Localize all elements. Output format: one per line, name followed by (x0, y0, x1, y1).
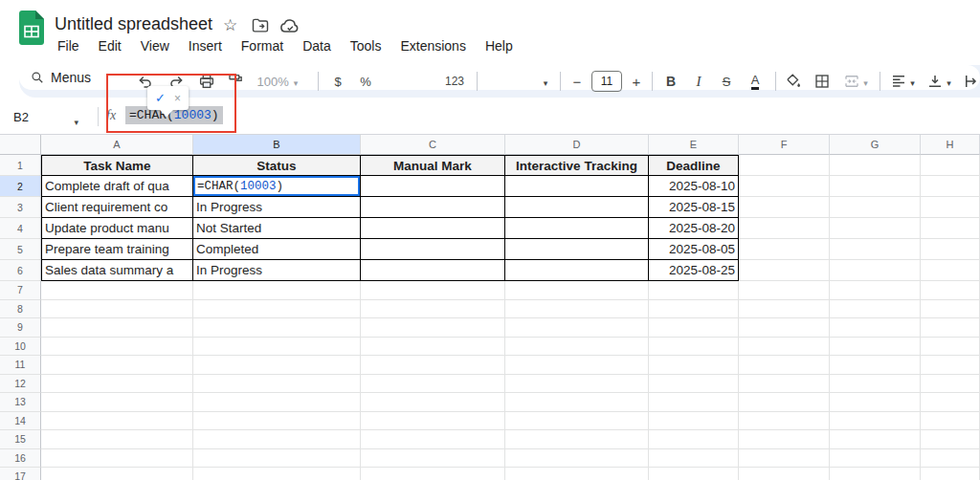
name-box[interactable]: B2 (0, 99, 82, 134)
increase-font-size-button[interactable]: + (626, 65, 647, 98)
row-header-15[interactable]: 15 (0, 430, 41, 449)
menu-help[interactable]: Help (480, 36, 518, 55)
cell-D3[interactable] (505, 197, 649, 218)
editing-cell-B2[interactable]: =CHAR(10003) (193, 176, 361, 197)
row-header-2[interactable]: 2 (0, 176, 41, 197)
cell-H12[interactable] (921, 375, 980, 394)
cell-A10[interactable] (41, 338, 193, 357)
cell-G6[interactable] (830, 260, 921, 281)
row-header-5[interactable]: 5 (0, 239, 41, 260)
cell-G7[interactable] (830, 281, 921, 300)
cell-D1[interactable]: Interactive Tracking (505, 155, 649, 176)
cell-A1[interactable]: Task Name (41, 155, 193, 176)
menu-view[interactable]: View (136, 36, 174, 55)
cell-F4[interactable] (739, 218, 830, 239)
cell-E10[interactable] (649, 338, 739, 357)
row-header-8[interactable]: 8 (0, 300, 41, 319)
cell-H7[interactable] (921, 281, 980, 300)
row-header-14[interactable]: 14 (0, 412, 41, 431)
cell-A5[interactable]: Prepare team training (41, 239, 193, 260)
cell-H5[interactable] (921, 239, 980, 260)
cell-F11[interactable] (739, 356, 830, 375)
column-header-D[interactable]: D (505, 135, 649, 155)
cell-F6[interactable] (739, 260, 830, 281)
cell-B15[interactable] (193, 430, 361, 449)
cell-G14[interactable] (830, 412, 921, 431)
cell-F9[interactable] (739, 318, 830, 338)
cell-C5[interactable] (361, 239, 505, 260)
cell-E12[interactable] (649, 375, 739, 394)
cell-E16[interactable] (649, 449, 739, 469)
cell-G12[interactable] (830, 375, 921, 394)
cell-E6[interactable]: 2025-08-25 (649, 260, 739, 281)
column-header-F[interactable]: F (739, 135, 830, 155)
cell-F3[interactable] (739, 197, 830, 218)
row-header-16[interactable]: 16 (0, 449, 41, 469)
cell-A2[interactable]: Complete draft of qua (41, 176, 193, 197)
cell-B6[interactable]: In Progress (193, 260, 361, 281)
format-percent-button[interactable]: % (353, 65, 378, 98)
vertical-align-button[interactable] (922, 65, 956, 98)
cell-C1[interactable]: Manual Mark (361, 155, 505, 176)
menu-extensions[interactable]: Extensions (395, 36, 470, 55)
check-icon[interactable]: ✓ (155, 91, 166, 105)
cell-G11[interactable] (830, 356, 921, 375)
cell-C17[interactable] (361, 468, 505, 480)
font-size-input[interactable]: 11 (591, 65, 622, 98)
cell-D4[interactable] (505, 218, 649, 239)
cell-C11[interactable] (361, 356, 505, 375)
cell-G16[interactable] (830, 449, 921, 469)
cell-D11[interactable] (505, 356, 649, 375)
cell-E13[interactable] (649, 393, 739, 412)
cell-C9[interactable] (361, 318, 505, 338)
menu-edit[interactable]: Edit (94, 36, 126, 55)
cell-F17[interactable] (739, 468, 830, 480)
cell-B14[interactable] (193, 412, 361, 431)
cell-B17[interactable] (193, 468, 361, 480)
cell-D9[interactable] (505, 318, 649, 338)
cell-F5[interactable] (739, 239, 830, 260)
format-currency-button[interactable]: $ (325, 65, 350, 98)
cell-H17[interactable] (921, 468, 980, 480)
cell-H11[interactable] (921, 356, 980, 375)
cell-A13[interactable] (41, 393, 193, 412)
cell-D5[interactable] (505, 239, 649, 260)
close-icon[interactable]: × (174, 92, 181, 105)
row-header-11[interactable]: 11 (0, 356, 41, 375)
cell-D6[interactable] (505, 260, 649, 281)
merge-cells-button[interactable] (836, 65, 875, 98)
cell-B11[interactable] (193, 356, 361, 375)
cell-D16[interactable] (505, 449, 649, 469)
cell-G9[interactable] (830, 318, 921, 338)
cell-E2[interactable]: 2025-08-10 (649, 176, 739, 197)
column-header-A[interactable]: A (41, 135, 193, 155)
cell-D10[interactable] (505, 338, 649, 357)
cloud-check-icon[interactable] (279, 16, 301, 35)
strikethrough-button[interactable]: S (714, 65, 739, 98)
cell-H15[interactable] (921, 430, 980, 449)
column-header-E[interactable]: E (649, 135, 739, 155)
cell-C12[interactable] (361, 375, 505, 394)
star-icon[interactable]: ☆ (223, 16, 237, 35)
cell-D8[interactable] (505, 300, 649, 319)
cell-G17[interactable] (830, 468, 921, 480)
cell-B1[interactable]: Status (193, 155, 361, 176)
menu-data[interactable]: Data (298, 36, 336, 55)
cell-D13[interactable] (505, 393, 649, 412)
cell-D14[interactable] (505, 412, 649, 431)
borders-button[interactable] (810, 65, 835, 98)
cell-A9[interactable] (41, 318, 193, 338)
menu-insert[interactable]: Insert (184, 36, 227, 55)
cell-D2[interactable] (505, 176, 649, 197)
cell-E14[interactable] (649, 412, 739, 431)
cell-A16[interactable] (41, 449, 193, 469)
cell-H6[interactable] (921, 260, 980, 281)
cell-D17[interactable] (505, 468, 649, 480)
menu-tools[interactable]: Tools (345, 36, 387, 55)
cell-E17[interactable] (649, 468, 739, 480)
cell-E7[interactable] (649, 281, 739, 300)
cell-H2[interactable] (921, 176, 980, 197)
cell-H13[interactable] (921, 393, 980, 412)
cell-G2[interactable] (830, 176, 921, 197)
menu-format[interactable]: Format (236, 36, 288, 55)
